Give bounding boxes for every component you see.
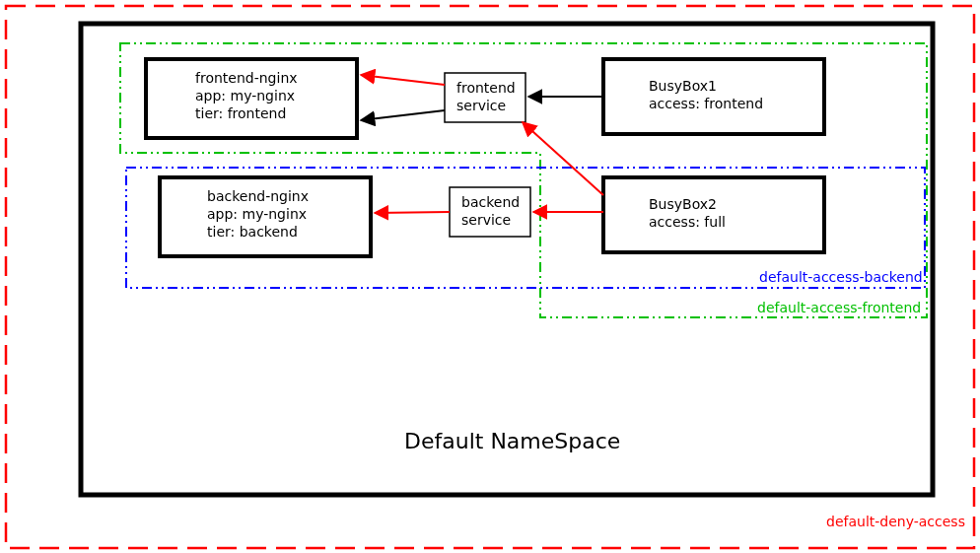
node-backend-nginx: backend-nginx app: my-nginx tier: backen…	[160, 177, 371, 256]
label-deny-access: default-deny-access	[826, 514, 965, 529]
arrow-frontendsvc-to-frontendnginx-black	[361, 110, 445, 120]
backend-service-line2: service	[461, 212, 511, 228]
arrow-backendsvc-to-backendnginx	[375, 212, 450, 213]
backend-nginx-line2: app: my-nginx	[207, 206, 307, 222]
backend-service-line1: backend	[461, 194, 520, 210]
busybox1-line2: access: frontend	[649, 96, 763, 111]
node-frontend-service: frontend service	[445, 73, 525, 122]
node-busybox2: BusyBox2 access: full	[603, 177, 824, 252]
busybox2-line1: BusyBox2	[649, 196, 717, 212]
frontend-nginx-line1: frontend-nginx	[195, 70, 298, 86]
arrow-frontendsvc-to-frontendnginx-red	[361, 75, 445, 85]
busybox1-line1: BusyBox1	[649, 78, 717, 94]
label-access-frontend: default-access-frontend	[757, 300, 921, 315]
frontend-service-line1: frontend	[456, 80, 516, 96]
node-backend-service: backend service	[450, 187, 530, 237]
backend-nginx-line1: backend-nginx	[207, 188, 309, 204]
label-access-backend: default-access-backend	[759, 269, 923, 285]
arrow-busybox2-to-frontendsvc	[523, 122, 603, 195]
backend-nginx-line3: tier: backend	[207, 224, 298, 240]
namespace-title: Default NameSpace	[404, 429, 620, 453]
frontend-service-line2: service	[456, 98, 506, 113]
node-busybox1: BusyBox1 access: frontend	[603, 59, 824, 134]
frontend-nginx-line3: tier: frontend	[195, 105, 286, 121]
busybox2-line2: access: full	[649, 214, 726, 230]
node-frontend-nginx: frontend-nginx app: my-nginx tier: front…	[146, 59, 357, 138]
frontend-nginx-line2: app: my-nginx	[195, 88, 295, 104]
